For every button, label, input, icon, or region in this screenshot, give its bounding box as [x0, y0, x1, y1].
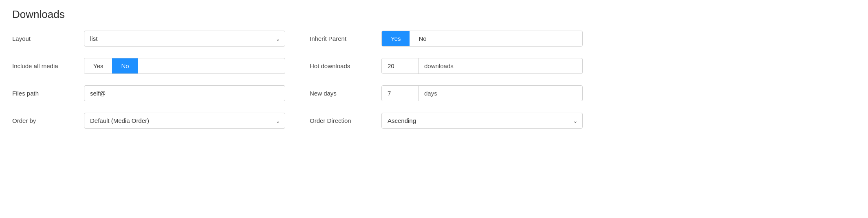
- order-direction-select-wrapper: Ascending Descending ⌄: [381, 113, 583, 129]
- include-all-media-yes-button[interactable]: Yes: [84, 58, 112, 73]
- hot-downloads-label: Hot downloads: [310, 62, 375, 69]
- new-days-row: New days days: [310, 85, 583, 101]
- order-direction-select[interactable]: Ascending Descending: [381, 113, 583, 129]
- order-direction-label: Order Direction: [310, 117, 375, 124]
- new-days-control: days: [381, 85, 583, 101]
- include-all-media-toggle-group: Yes No: [84, 58, 285, 74]
- layout-row: Layout list grid compact ⌄: [12, 31, 285, 47]
- layout-select[interactable]: list grid compact: [84, 31, 285, 47]
- order-by-row: Order by Default (Media Order) Title Dat…: [12, 113, 285, 129]
- inherit-parent-control: Yes No: [381, 31, 583, 47]
- include-all-media-no-button[interactable]: No: [112, 58, 138, 73]
- order-by-select-wrapper: Default (Media Order) Title Date Downloa…: [84, 113, 285, 129]
- hot-downloads-control: downloads: [381, 58, 583, 74]
- hot-downloads-row: Hot downloads downloads: [310, 58, 583, 74]
- new-days-suffix: days: [419, 86, 443, 101]
- new-days-input[interactable]: [382, 86, 419, 101]
- order-by-select[interactable]: Default (Media Order) Title Date Downloa…: [84, 113, 285, 129]
- files-path-input[interactable]: [84, 85, 285, 101]
- inherit-parent-yes-button[interactable]: Yes: [382, 31, 410, 46]
- files-path-label: Files path: [12, 90, 77, 97]
- include-all-media-row: Include all media Yes No: [12, 58, 285, 74]
- layout-select-wrapper: list grid compact ⌄: [84, 31, 285, 47]
- files-path-row: Files path: [12, 85, 285, 101]
- include-all-media-control: Yes No: [84, 58, 285, 74]
- inherit-parent-toggle-group: Yes No: [381, 31, 583, 47]
- files-path-control: [84, 85, 285, 101]
- inherit-parent-no-button[interactable]: No: [410, 31, 435, 46]
- form-grid: Layout list grid compact ⌄ Inherit Paren…: [12, 31, 583, 129]
- hot-downloads-input[interactable]: [382, 58, 419, 73]
- new-days-number-group: days: [381, 85, 583, 101]
- inherit-parent-row: Inherit Parent Yes No: [310, 31, 583, 47]
- layout-label: Layout: [12, 35, 77, 42]
- order-by-label: Order by: [12, 117, 77, 124]
- hot-downloads-number-group: downloads: [381, 58, 583, 74]
- inherit-parent-label: Inherit Parent: [310, 35, 375, 42]
- order-direction-row: Order Direction Ascending Descending ⌄: [310, 113, 583, 129]
- include-all-media-label: Include all media: [12, 62, 77, 69]
- hot-downloads-suffix: downloads: [419, 58, 459, 73]
- new-days-label: New days: [310, 90, 375, 97]
- page-title: Downloads: [12, 8, 856, 21]
